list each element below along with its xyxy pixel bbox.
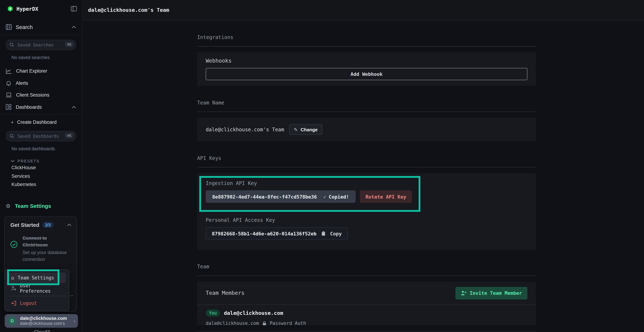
menu-item-label: Logout [20,300,37,306]
sidebar-item-label: Client Sessions [16,92,76,98]
team-member-row: You dale@clickhouse.com dale@clickhouse.… [197,305,536,325]
progress-badge: 2/3 [42,222,54,228]
team-settings-label: Team Settings [15,203,51,209]
invite-team-member-button[interactable]: Invite Team Member [455,287,527,299]
sidebar: HyperDX Search [0,0,82,332]
page-title: dale@clickhouse.com's Team [88,7,169,13]
presets-toggle[interactable]: PRESETS [11,158,82,164]
create-dashboard-label: Create Dashboard [17,119,57,125]
team-members-label: Team Members [206,290,244,296]
copied-label: Copied! [329,194,349,200]
saved-searches-search: ⌘K [6,40,76,50]
app-window: HyperDX Search [0,0,644,332]
copy-label: Copy [330,230,342,236]
sidebar-item-team-settings[interactable]: ⚙ Team Settings [0,202,82,210]
menu-item-user-preferences[interactable]: User Preferences [8,283,66,293]
arrow-right-icon[interactable]: → [69,292,74,298]
you-badge: You [206,310,220,316]
preset-item-kubernetes[interactable]: Kubernetes [0,180,82,189]
sidebar-item-dashboards[interactable]: Dashboards [0,101,82,113]
search-icon [9,42,14,47]
preset-label: Kubernetes [12,182,36,187]
ingestion-key-label: Ingestion API Key [206,180,527,186]
change-label: Change [300,127,318,132]
search-section-icon [6,24,12,30]
dashboards-icon [6,104,12,110]
bell-icon [6,80,12,86]
chevron-right-icon: › [74,318,75,324]
create-dashboard-button[interactable]: + Create Dashboard [0,114,82,130]
section-integrations: Integrations Webhooks Add Webhook [197,35,536,86]
section-title: Integrations [197,35,536,40]
gear-icon: ⚙ [6,203,10,208]
sidebar-item-alerts[interactable]: Alerts [0,77,82,89]
sidebar-item-label: Chart Explorer [16,68,76,74]
chevron-up-icon [72,106,76,109]
menu-divider [8,296,66,296]
sidebar-section-search[interactable]: Search [0,24,82,35]
saved-dashboards-search: ⌘K [6,131,76,141]
section-api-keys: API Keys Ingestion API Key 8e887902-4ed7… [197,156,536,250]
divider [197,167,536,168]
section-title: Team Name [197,100,536,105]
user-plus-icon [461,290,466,296]
get-started-header[interactable]: Get Started 2/3 [10,222,72,228]
menu-item-team-settings[interactable]: ⚙ Team Settings [8,272,66,283]
section-title: API Keys [197,156,536,161]
search-icon [9,134,14,138]
logout-icon [11,300,16,306]
ingestion-key-value[interactable]: 8e887902-4ed7-44ea-8fec-f47cd578be36 ✓ C… [206,190,356,203]
main-area: dale@clickhouse.com's Team Integrations … [82,0,644,332]
section-team-name: Team Name dale@clickhouse.com's Team ✎ C… [197,100,536,141]
sidebar-nav: Chart Explorer Alerts Client Sessions [0,65,82,113]
invite-label: Invite Team Member [470,290,522,296]
shortcut-badge: ⌘K [65,42,74,47]
account-button[interactable]: D dale@clickhouse.com dale@clickhouse.co… [5,314,78,328]
preset-item-clickhouse[interactable]: ClickHouse [0,164,82,172]
no-saved-searches-note: No saved searches [12,55,82,60]
section-team: Team Team Members Invite Team Memb [197,264,536,332]
rotate-api-key-button[interactable]: Rotate API Key [360,190,412,203]
no-saved-dashboards-note: No saved dashboards [12,146,82,151]
account-team: dale@clickhouse.com's [20,321,74,326]
team-name-card: dale@clickhouse.com's Team ✎ Change [197,118,536,141]
section-title: Team [197,264,536,269]
sidebar-item-label: Alerts [16,80,76,86]
personal-key-copy-button[interactable]: 87982668-58b1-4d6e-a620-014a136f52eb Cop… [206,227,348,240]
add-webhook-button[interactable]: Add Webhook [206,68,527,80]
menu-item-logout[interactable]: Logout [8,299,66,307]
check-icon: ✓ [323,194,326,200]
avatar: D [8,316,17,326]
member-name: dale@clickhouse.com [224,310,283,316]
preset-item-services[interactable]: Services [0,172,82,180]
clipped-text-fragment: Cloud? [34,329,50,332]
divider [197,276,536,276]
presets-label: PRESETS [18,159,40,163]
logo-row: HyperDX [0,0,82,12]
api-key-text: 8e887902-4ed7-44ea-8fec-f47cd578be36 [212,194,317,200]
sidebar-item-chart-explorer[interactable]: Chart Explorer [0,65,82,77]
copied-indicator: ✓ Copied! [323,194,349,200]
chevron-up-icon [72,26,76,28]
chevron-down-icon [11,160,15,162]
change-team-name-button[interactable]: ✎ Change [289,124,322,135]
preset-label: Services [12,174,30,179]
lock-icon [262,321,266,325]
check-circle-icon [10,241,18,248]
divider [197,112,536,112]
shortcut-badge: ⌘K [65,133,74,138]
chart-icon [6,68,12,74]
collapse-sidebar-icon[interactable] [71,6,77,12]
member-email: dale@clickhouse.com [206,320,259,325]
member-auth-method: Password Auth [270,320,306,325]
sidebar-item-client-sessions[interactable]: Client Sessions [0,89,82,101]
search-section-label: Search [16,24,68,30]
preset-label: ClickHouse [12,165,36,170]
checklist-title: Connect to ClickHouse [22,235,69,248]
menu-item-label: Team Settings [18,275,54,280]
clipped-next-card [197,331,536,332]
checklist-subtitle: Set up your database connection [22,249,69,262]
api-keys-card: Ingestion API Key 8e887902-4ed7-44ea-8fe… [197,173,536,250]
clipboard-icon [321,231,326,236]
checklist-item-connect[interactable]: Connect to ClickHouse Set up your databa… [10,235,72,263]
